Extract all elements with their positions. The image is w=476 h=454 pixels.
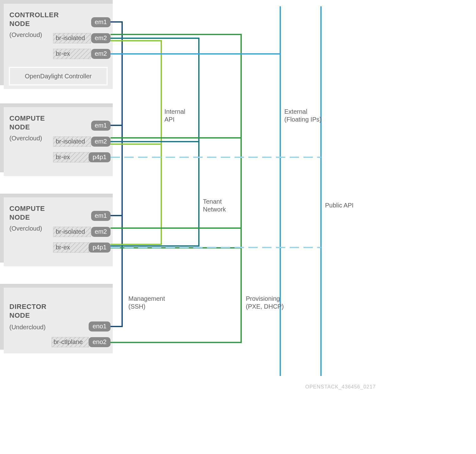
svg-text:em1: em1 [95, 212, 107, 219]
ext-label-1: External [284, 108, 307, 115]
svg-text:br-ex: br-ex [56, 244, 70, 251]
tenant-label-2: Network [203, 206, 226, 213]
svg-text:p4p1: p4p1 [93, 154, 107, 160]
svg-text:COMPUTE: COMPUTE [9, 114, 45, 122]
svg-text:eno1: eno1 [93, 323, 107, 330]
node-controller: CONTROLLER NODE (Overcloud) em1 br-isola… [0, 0, 280, 89]
svg-text:NODE: NODE [9, 311, 30, 319]
row-em1: em1 [91, 17, 111, 27]
svg-text:NODE: NODE [9, 213, 30, 221]
node-compute-2: COMPUTE NODE (Overcloud) em1 br-isolated… [0, 194, 321, 266]
mgmt-label-2: (SSH) [128, 303, 145, 310]
svg-text:(Overcloud): (Overcloud) [9, 135, 42, 142]
prov-label-2: (PXE, DHCP) [246, 303, 284, 310]
svg-text:br-isolated: br-isolated [56, 228, 85, 235]
svg-text:COMPUTE: COMPUTE [9, 205, 45, 212]
svg-text:em2: em2 [95, 228, 107, 235]
svg-text:p4p1: p4p1 [93, 244, 107, 251]
footer-id: OPENSTACK_436456_0217 [305, 384, 376, 390]
svg-text:br-ex: br-ex [56, 154, 70, 160]
mgmt-label-1: Management [128, 295, 165, 302]
svg-text:eno2: eno2 [93, 338, 107, 345]
svg-text:em1: em1 [95, 122, 107, 129]
node-compute-1: COMPUTE NODE (Overcloud) em1 br-isolated… [0, 103, 321, 176]
svg-text:em2: em2 [95, 138, 107, 145]
internal-label-2: API [164, 116, 174, 123]
svg-text:NODE: NODE [9, 123, 30, 131]
svg-text:br-isolated: br-isolated [56, 138, 85, 145]
tenant-label-1: Tenant [203, 198, 222, 205]
svg-text:br-ctlplane: br-ctlplane [54, 338, 83, 345]
svg-text:br-ex: br-ex [56, 50, 70, 57]
svg-text:(Overcloud): (Overcloud) [9, 225, 42, 232]
node-director: DIRECTOR NODE (Undercloud) eno1 br-ctlpl… [0, 284, 242, 353]
svg-text:em2: em2 [95, 34, 107, 41]
svg-text:br-isolated: br-isolated [56, 34, 85, 41]
svg-text:NODE: NODE [9, 20, 30, 28]
node-sub: (Overcloud) [9, 31, 42, 38]
row-br-ex: br-ex em2 [53, 49, 111, 59]
svg-text:(Undercloud): (Undercloud) [9, 324, 46, 331]
svg-text:em1: em1 [95, 18, 107, 25]
node-title: CONTROLLER [9, 11, 59, 19]
public-label-1: Public API [325, 202, 354, 209]
internal-label-1: Internal [164, 108, 185, 115]
svg-text:DIRECTOR: DIRECTOR [9, 303, 47, 310]
row-br-isolated: br-isolated em2 [53, 33, 111, 43]
svg-text:em2: em2 [95, 50, 107, 57]
network-diagram: Management (SSH) Internal API Tenant Net… [0, 0, 476, 454]
ext-label-2: (Floating IPs) [284, 116, 322, 123]
odl-label: OpenDaylight Controller [25, 73, 92, 80]
prov-label-1: Provisioning [246, 295, 280, 302]
